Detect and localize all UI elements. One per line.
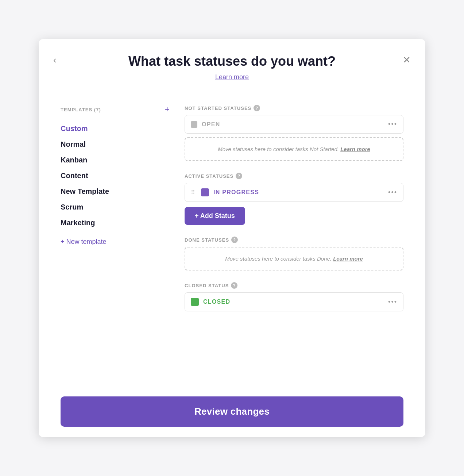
closed-more-button[interactable]: ••• [388, 298, 397, 306]
closed-help-icon[interactable]: ? [231, 282, 237, 289]
new-template-button[interactable]: + New template [61, 238, 107, 246]
closed-status-dot [191, 298, 199, 306]
template-item-new-template[interactable]: New Template [61, 184, 170, 199]
closed-label: CLOSED STATUS ? [185, 282, 403, 289]
modal-header: ‹ What task statuses do you want? Learn … [39, 39, 425, 90]
in-progress-status-dot [201, 188, 209, 196]
active-help-icon[interactable]: ? [236, 173, 242, 179]
templates-header: TEMPLATES (7) + [61, 105, 170, 114]
template-item-normal[interactable]: Normal [61, 137, 170, 152]
active-section: ACTIVE STATUSES ? ⠿ IN PROGRESS ••• + Ad… [185, 173, 403, 225]
open-status-dot [191, 121, 197, 128]
done-drop-area: Move statuses here to consider tasks Don… [185, 247, 403, 270]
add-template-icon[interactable]: + [165, 105, 170, 114]
done-learn-more-link[interactable]: Learn more [333, 256, 363, 262]
modal-body: TEMPLATES (7) + Custom Normal Kanban Con… [39, 90, 425, 386]
not-started-label: NOT STARTED STATUSES ? [185, 105, 403, 111]
in-progress-drag-handle[interactable]: ⠿ [191, 189, 195, 196]
in-progress-status-label: IN PROGRESS [213, 189, 384, 196]
closed-section: CLOSED STATUS ? CLOSED ••• [185, 282, 403, 311]
in-progress-more-button[interactable]: ••• [388, 189, 397, 196]
close-button[interactable]: ✕ [403, 55, 411, 65]
modal-title: What task statuses do you want? [61, 54, 403, 69]
template-item-custom[interactable]: Custom [61, 121, 170, 137]
back-button[interactable]: ‹ [53, 55, 57, 65]
active-label: ACTIVE STATUSES ? [185, 173, 403, 179]
left-panel: TEMPLATES (7) + Custom Normal Kanban Con… [61, 105, 185, 372]
modal-footer: Review changes [39, 386, 425, 437]
in-progress-status-row: ⠿ IN PROGRESS ••• [185, 183, 403, 202]
done-section: DONE STATUSES ? Move statuses here to co… [185, 237, 403, 270]
review-changes-button[interactable]: Review changes [61, 396, 403, 427]
open-status-label: OPEN [202, 121, 384, 128]
not-started-learn-more-link[interactable]: Learn more [340, 146, 370, 152]
template-item-content[interactable]: Content [61, 168, 170, 184]
header-learn-more-link[interactable]: Learn more [215, 73, 249, 81]
not-started-help-icon[interactable]: ? [254, 105, 260, 111]
not-started-drop-area: Move statuses here to consider tasks Not… [185, 137, 403, 161]
open-status-row: OPEN ••• [185, 115, 403, 134]
open-more-button[interactable]: ••• [388, 120, 397, 128]
right-panel: NOT STARTED STATUSES ? OPEN ••• Move sta… [185, 105, 403, 372]
closed-status-label: CLOSED [203, 299, 384, 305]
closed-status-row: CLOSED ••• [185, 292, 403, 311]
done-placeholder-text: Move statuses here to consider tasks Don… [225, 256, 332, 262]
not-started-placeholder-text: Move statuses here to consider tasks Not… [218, 146, 339, 152]
add-status-button[interactable]: + Add Status [185, 207, 245, 225]
template-item-scrum[interactable]: Scrum [61, 199, 170, 215]
not-started-section: NOT STARTED STATUSES ? OPEN ••• Move sta… [185, 105, 403, 161]
done-label: DONE STATUSES ? [185, 237, 403, 243]
modal-container: ‹ What task statuses do you want? Learn … [39, 39, 425, 437]
templates-label: TEMPLATES (7) [61, 107, 101, 112]
template-item-kanban[interactable]: Kanban [61, 152, 170, 168]
template-item-marketing[interactable]: Marketing [61, 215, 170, 231]
done-help-icon[interactable]: ? [231, 237, 238, 243]
template-list: Custom Normal Kanban Content New Templat… [61, 121, 170, 231]
